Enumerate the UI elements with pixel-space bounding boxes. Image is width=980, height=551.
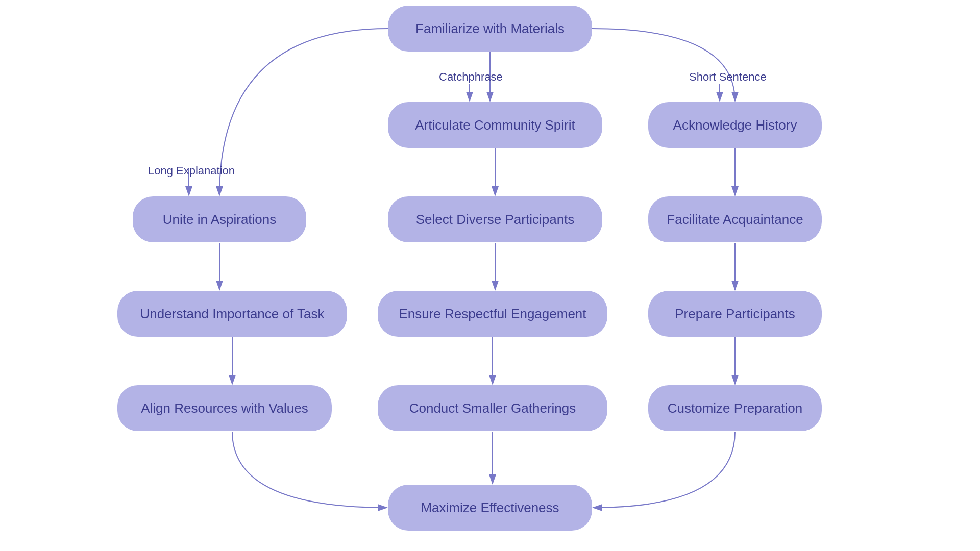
diagram-container: Familiarize with Materials Articulate Co… xyxy=(0,0,980,551)
node-select: Select Diverse Participants xyxy=(388,196,602,242)
node-customize: Customize Preparation xyxy=(648,385,822,431)
node-familiarize: Familiarize with Materials xyxy=(388,6,592,52)
label-long-explanation: Long Explanation xyxy=(148,164,235,178)
label-short-sentence: Short Sentence xyxy=(689,70,767,84)
label-catchphrase: Catchphrase xyxy=(439,70,503,84)
node-align: Align Resources with Values xyxy=(117,385,332,431)
node-unite: Unite in Aspirations xyxy=(133,196,306,242)
node-acknowledge: Acknowledge History xyxy=(648,102,822,148)
node-maximize: Maximize Effectiveness xyxy=(388,485,592,531)
node-facilitate: Facilitate Acquaintance xyxy=(648,196,822,242)
node-ensure: Ensure Respectful Engagement xyxy=(378,291,607,337)
node-understand: Understand Importance of Task xyxy=(117,291,347,337)
node-prepare: Prepare Participants xyxy=(648,291,822,337)
node-conduct: Conduct Smaller Gatherings xyxy=(378,385,607,431)
node-articulate: Articulate Community Spirit xyxy=(388,102,602,148)
